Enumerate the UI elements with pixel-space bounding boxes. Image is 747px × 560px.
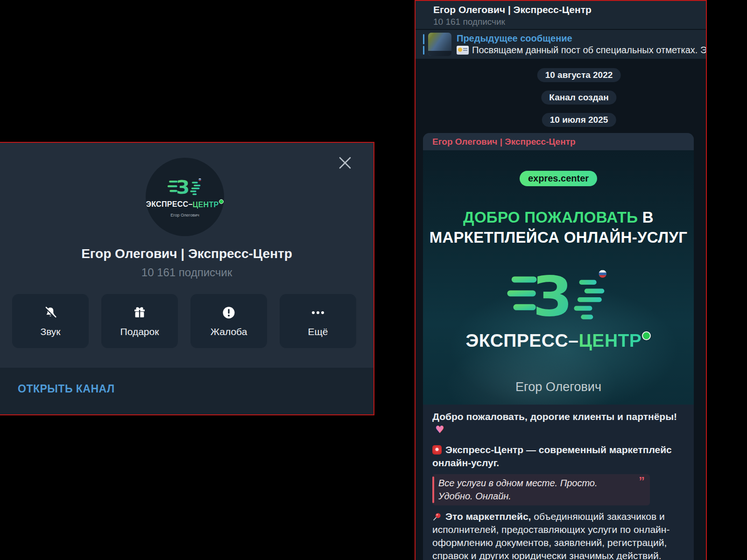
post-paragraph: Добро пожаловать, дорогие клиенты и парт… xyxy=(432,410,684,436)
heart-icon: ♥ xyxy=(435,424,444,435)
post-paragraph: Это маркетплейс, объединяющий заказчиков… xyxy=(432,510,684,560)
avatar-brand-text: ЭКСПРЕСС–ЦЕНТР xyxy=(146,199,224,209)
muted-bell-icon xyxy=(43,305,57,321)
post-text: Добро пожаловать, дорогие клиенты и парт… xyxy=(423,405,694,560)
siren-icon xyxy=(432,445,442,455)
poster-caption: Егор Олегович xyxy=(423,380,694,394)
channel-post-message: Егор Олегович | Экспресс-Центр expres.ce… xyxy=(423,133,694,560)
close-icon[interactable] xyxy=(337,155,353,171)
post-author-name[interactable]: Егор Олегович | Экспресс-Центр xyxy=(423,133,694,150)
more-button-label: Ещё xyxy=(308,326,328,337)
more-dots-icon xyxy=(310,305,326,321)
pinned-indicator-icon xyxy=(423,46,424,55)
open-channel-link[interactable]: ОТКРЫТЬ КАНАЛ xyxy=(18,383,115,395)
report-button-label: Жалоба xyxy=(211,326,247,337)
avatar-caption: Егор Олегович xyxy=(170,213,199,217)
poster-headline: ДОБРО ПОЖАЛОВАТЬ В МАРКЕТПЛЕЙСА ОНЛАЙН-У… xyxy=(423,207,694,247)
pinned-message-preview: Посвящаем данный пост об специальных отм… xyxy=(457,45,706,56)
screenshot-root: ЭКСПРЕСС–ЦЕНТР Егор Олегович Егор Олегов… xyxy=(0,0,747,560)
brand-logo-icon xyxy=(488,267,628,328)
brand-registered-dot-icon xyxy=(219,199,224,204)
brand-registered-dot-icon xyxy=(642,331,651,340)
dialog-channel-title: Егор Олегович | Экспресс-Центр xyxy=(0,246,374,261)
report-icon xyxy=(222,305,236,321)
report-button[interactable]: Жалоба xyxy=(190,294,267,348)
channel-chat-view: Егор Олегович | Экспресс-Центр 10 161 по… xyxy=(415,0,707,560)
poster-domain-badge: expres.center xyxy=(520,171,597,186)
poster-brand-text: ЭКСПРЕСС–ЦЕНТР xyxy=(423,330,694,351)
dialog-footer: ОТКРЫТЬ КАНАЛ xyxy=(0,368,374,414)
more-button[interactable]: Ещё xyxy=(280,294,356,348)
gift-button[interactable]: Подарок xyxy=(101,294,178,348)
id-card-icon xyxy=(457,46,469,55)
quote-mark-icon: ” xyxy=(639,475,645,488)
post-image[interactable]: expres.center ДОБРО ПОЖАЛОВАТЬ В МАРКЕТП… xyxy=(423,150,694,405)
pinned-indicator-icon xyxy=(423,34,424,44)
channel-avatar[interactable]: ЭКСПРЕСС–ЦЕНТР Егор Олегович xyxy=(146,158,224,236)
mute-button[interactable]: Звук xyxy=(12,294,89,348)
pushpin-icon xyxy=(432,511,442,521)
channel-created-chip[interactable]: Канал создан xyxy=(541,91,616,105)
chat-title: Егор Олегович | Экспресс-Центр xyxy=(433,4,592,15)
date-chip[interactable]: 10 июля 2025 xyxy=(542,113,616,127)
chat-subscriber-count: 10 161 подписчик xyxy=(433,17,505,27)
post-quote-block: Все услуги в одном месте. Просто. Удобно… xyxy=(432,474,650,505)
pinned-message-bar[interactable]: Предыдущее сообщение Посвящаем данный по… xyxy=(416,30,706,59)
mute-button-label: Звук xyxy=(40,326,60,337)
gift-button-label: Подарок xyxy=(120,326,159,337)
chat-header[interactable]: Егор Олегович | Экспресс-Центр 10 161 по… xyxy=(416,1,706,29)
post-paragraph: Экспресс-Центр — современный маркетплейс… xyxy=(432,443,684,469)
brand-logo-icon xyxy=(162,177,207,198)
channel-preview-dialog: ЭКСПРЕСС–ЦЕНТР Егор Олегович Егор Олегов… xyxy=(0,142,374,415)
gift-icon xyxy=(133,305,147,321)
pinned-message-thumbnail xyxy=(428,33,451,56)
dialog-subscriber-count: 10 161 подписчик xyxy=(0,266,374,279)
date-chip[interactable]: 10 августа 2022 xyxy=(537,68,621,82)
pinned-message-title: Предыдущее сообщение xyxy=(457,33,572,44)
dialog-action-row: Звук Подарок xyxy=(12,294,356,348)
